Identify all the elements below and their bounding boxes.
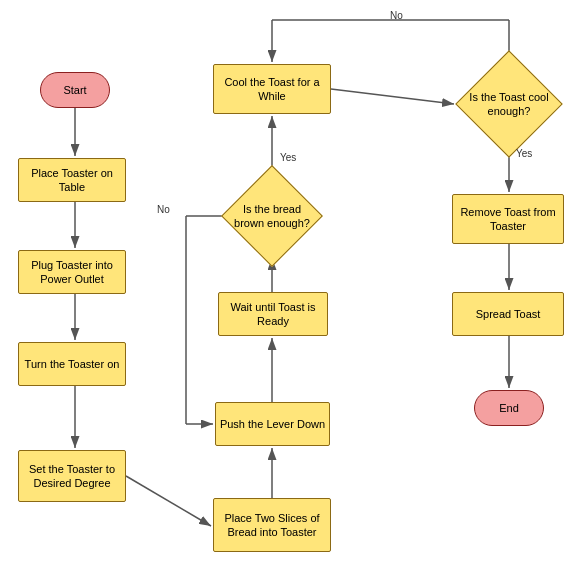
yes-label-1: Yes	[280, 152, 296, 163]
place-slices-node: Place Two Slices of Bread into Toaster	[213, 498, 331, 552]
place-toaster-label: Place Toaster on Table	[19, 166, 125, 195]
wait-toast-label: Wait until Toast is Ready	[219, 300, 327, 329]
push-lever-label: Push the Lever Down	[220, 417, 325, 431]
is-cool-label: Is the Toast cool enough?	[466, 90, 552, 119]
set-degree-node: Set the Toaster to Desired Degree	[18, 450, 126, 502]
remove-toast-label: Remove Toast from Toaster	[453, 205, 563, 234]
start-node: Start	[40, 72, 110, 108]
set-degree-label: Set the Toaster to Desired Degree	[19, 462, 125, 491]
plug-toaster-label: Plug Toaster into Power Outlet	[19, 258, 125, 287]
place-toaster-node: Place Toaster on Table	[18, 158, 126, 202]
is-cool-node: Is the Toast cool enough?	[456, 64, 562, 144]
start-label: Start	[63, 83, 86, 97]
spread-toast-node: Spread Toast	[452, 292, 564, 336]
plug-toaster-node: Plug Toaster into Power Outlet	[18, 250, 126, 294]
cool-toast-node: Cool the Toast for a While	[213, 64, 331, 114]
push-lever-node: Push the Lever Down	[215, 402, 330, 446]
no-label-1: No	[157, 204, 170, 215]
svg-line-5	[126, 476, 211, 526]
yes-label-2: Yes	[516, 148, 532, 159]
end-label: End	[499, 401, 519, 415]
svg-line-13	[331, 89, 454, 104]
is-brown-node: Is the bread brown enough?	[222, 176, 322, 256]
wait-toast-node: Wait until Toast is Ready	[218, 292, 328, 336]
cool-toast-label: Cool the Toast for a While	[214, 75, 330, 104]
is-brown-label: Is the bread brown enough?	[232, 202, 312, 231]
remove-toast-node: Remove Toast from Toaster	[452, 194, 564, 244]
no-label-2: No	[390, 10, 403, 21]
turn-on-node: Turn the Toaster on	[18, 342, 126, 386]
spread-toast-label: Spread Toast	[476, 307, 541, 321]
turn-on-label: Turn the Toaster on	[25, 357, 120, 371]
end-node: End	[474, 390, 544, 426]
place-slices-label: Place Two Slices of Bread into Toaster	[214, 511, 330, 540]
